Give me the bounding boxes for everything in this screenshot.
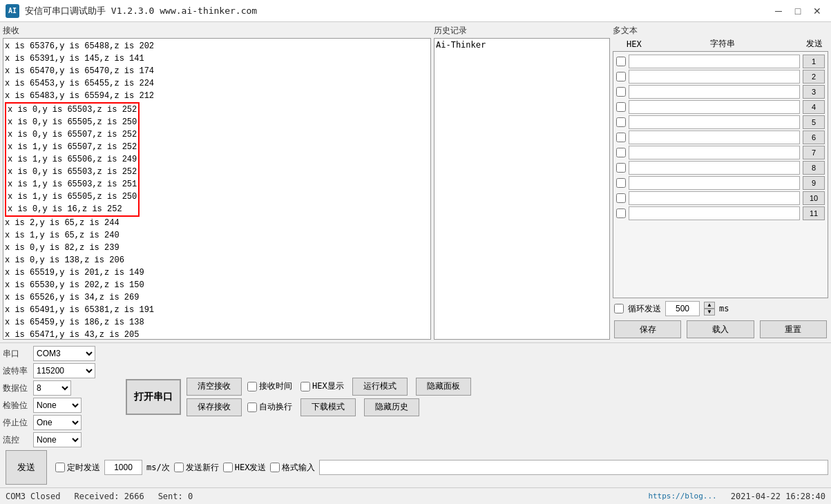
stop-bits-select[interactable]: One	[33, 415, 82, 430]
multitext-row-input[interactable]	[629, 161, 800, 175]
baud-rate-label: 波特率	[3, 365, 30, 377]
multitext-row: 1	[616, 55, 825, 68]
hide-history-button[interactable]: 隐藏历史	[364, 398, 419, 416]
multitext-row-input[interactable]	[629, 70, 800, 84]
parity-label: 检验位	[3, 400, 30, 411]
multitext-row-input[interactable]	[629, 55, 800, 68]
multitext-row-send-button[interactable]: 3	[803, 85, 825, 99]
multitext-row: 8	[616, 161, 825, 175]
serial-port-select[interactable]: COM3	[33, 346, 95, 361]
multitext-row-send-button[interactable]: 6	[803, 130, 825, 144]
cycle-row: 循环发送 500 ▲ ▼ ms	[613, 298, 828, 319]
cycle-checkbox[interactable]	[614, 304, 624, 313]
recv-time-check-item: 接收时间	[247, 380, 292, 392]
col-send-header: 发送	[802, 38, 827, 50]
multitext-row-input[interactable]	[629, 115, 800, 129]
data-bits-select[interactable]: 8	[33, 380, 71, 396]
hex-display-checkbox[interactable]	[300, 382, 310, 391]
receive-text: x is 65376,y is 65488,z is 202x is 65391…	[5, 40, 429, 340]
load-button[interactable]: 载入	[687, 320, 754, 338]
recv-time-checkbox[interactable]	[247, 382, 257, 391]
multitext-row-send-button[interactable]: 11	[803, 206, 825, 220]
multitext-row-input[interactable]	[629, 146, 800, 159]
mode-controls: 接收时间 HEX显示 运行模式 隐藏面板 自动换行 下载模式 隐藏历史	[247, 378, 471, 416]
auto-wrap-checkbox[interactable]	[247, 403, 257, 412]
multitext-row-send-button[interactable]: 4	[803, 100, 825, 114]
download-mode-button[interactable]: 下载模式	[300, 398, 356, 416]
parity-select[interactable]: None	[33, 398, 82, 413]
multitext-row-input[interactable]	[629, 176, 800, 190]
multitext-row-send-button[interactable]: 1	[803, 55, 825, 68]
history-label: 历史记录	[434, 25, 610, 37]
multitext-row-checkbox[interactable]	[616, 57, 626, 66]
multitext-row-input[interactable]	[629, 100, 800, 114]
multitext-row-checkbox[interactable]	[616, 148, 626, 157]
hide-panel-button[interactable]: 隐藏面板	[416, 378, 471, 396]
send-newline-label: 发送新行	[186, 462, 219, 474]
multitext-row-input[interactable]	[629, 206, 800, 220]
website-link: https://blog...	[648, 492, 716, 501]
title-controls: ─ □ ✕	[770, 4, 825, 18]
timed-send-label: 定时发送	[67, 462, 100, 474]
multitext-row-checkbox[interactable]	[616, 133, 626, 142]
open-serial-button[interactable]: 打开串口	[126, 379, 181, 415]
hex-send-checkbox[interactable]	[223, 463, 233, 472]
app-title: 安信可串口调试助手 V1.2.3.0 www.ai-thinker.com	[25, 5, 257, 17]
checkbox-group-2: 自动换行 下载模式 隐藏历史	[247, 398, 471, 416]
multitext-row: 4	[616, 100, 825, 114]
ms-per-label: ms/次	[146, 462, 170, 474]
multitext-row-checkbox[interactable]	[616, 209, 626, 218]
send-text-input[interactable]	[319, 460, 828, 475]
serial-params: 串口 COM3 波特率 115200 数据位 8 检验位 No	[3, 346, 120, 447]
timer-input[interactable]: 1000	[104, 460, 142, 475]
reset-button[interactable]: 重置	[760, 320, 827, 338]
multitext-row-send-button[interactable]: 2	[803, 70, 825, 84]
cycle-spinner: ▲ ▼	[704, 302, 715, 316]
clear-recv-button[interactable]: 清空接收	[187, 378, 242, 396]
save-recv-button[interactable]: 保存接收	[187, 398, 242, 416]
flow-ctrl-select[interactable]: None	[33, 432, 82, 447]
multitext-row-send-button[interactable]: 8	[803, 161, 825, 175]
multitext-row: 11	[616, 206, 825, 220]
baud-rate-select[interactable]: 115200	[33, 363, 95, 378]
spin-down-button[interactable]: ▼	[704, 309, 715, 316]
send-button[interactable]: 发送	[6, 450, 47, 485]
minimize-button[interactable]: ─	[770, 4, 787, 18]
multitext-row: 6	[616, 130, 825, 144]
multitext-row-checkbox[interactable]	[616, 163, 626, 173]
maximize-button[interactable]: □	[790, 4, 806, 18]
receive-area[interactable]: x is 65376,y is 65488,z is 202x is 65391…	[3, 38, 431, 340]
multitext-row-send-button[interactable]: 9	[803, 176, 825, 190]
send-newline-check-item: 发送新行	[174, 462, 219, 474]
multitext-row-checkbox[interactable]	[616, 193, 626, 203]
history-area[interactable]: Ai-Thinker	[434, 38, 610, 340]
multitext-row-checkbox[interactable]	[616, 117, 626, 127]
run-mode-button[interactable]: 运行模式	[352, 378, 408, 396]
flow-ctrl-label: 流控	[3, 434, 30, 446]
format-input-checkbox[interactable]	[270, 463, 280, 472]
multitext-row-send-button[interactable]: 10	[803, 191, 825, 205]
multitext-row-send-button[interactable]: 5	[803, 115, 825, 129]
multitext-row-send-button[interactable]: 7	[803, 146, 825, 159]
multitext-header: HEX 字符串 发送	[613, 38, 828, 50]
hex-send-check-item: HEX发送	[223, 462, 267, 474]
cycle-input[interactable]: 500	[665, 301, 700, 316]
multitext-row-checkbox[interactable]	[616, 87, 626, 97]
save-button[interactable]: 保存	[614, 320, 681, 338]
multitext-row-checkbox[interactable]	[616, 102, 626, 112]
col-str-header: 字符串	[646, 38, 799, 50]
col-hex-header: HEX	[627, 39, 643, 49]
spin-up-button[interactable]: ▲	[704, 302, 715, 309]
hex-send-label: HEX发送	[235, 462, 267, 474]
baud-rate-row: 波特率 115200	[3, 363, 120, 378]
send-newline-checkbox[interactable]	[174, 463, 184, 472]
multitext-row-input[interactable]	[629, 191, 800, 205]
multitext-row-checkbox[interactable]	[616, 72, 626, 81]
multitext-row-checkbox[interactable]	[616, 178, 626, 188]
history-item: Ai-Thinker	[436, 40, 608, 50]
bottom-controls: 串口 COM3 波特率 115200 数据位 8 检验位 No	[0, 342, 831, 487]
multitext-row-input[interactable]	[629, 130, 800, 144]
multitext-row-input[interactable]	[629, 85, 800, 99]
close-button[interactable]: ✕	[809, 4, 825, 18]
timed-send-checkbox[interactable]	[55, 463, 65, 472]
